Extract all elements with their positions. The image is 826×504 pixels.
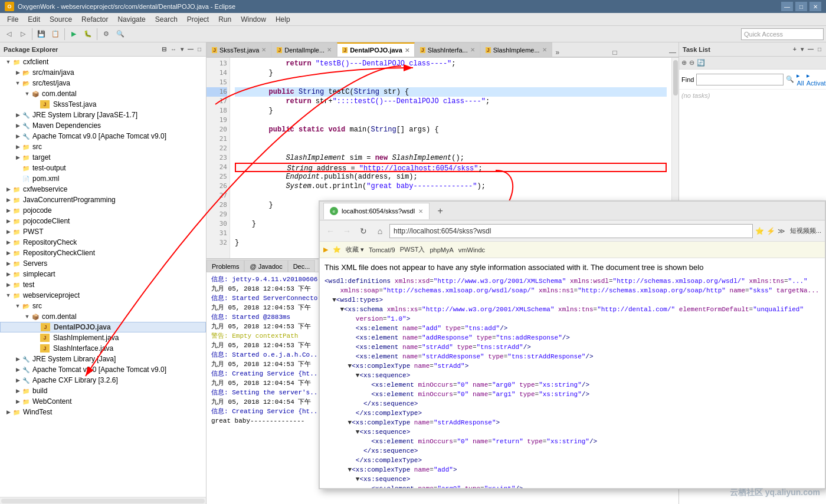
tree-item-javaconcurrent[interactable]: ▶ 📁 JavaConcurrentProgramming (0, 195, 206, 205)
expand-arrow[interactable]: ▶ (14, 367, 21, 373)
tree-item-webserviceproject[interactable]: ▼ 📁 webserviceproject (0, 290, 206, 301)
expand-arrow[interactable]: ▶ (5, 250, 12, 256)
expand-arrow[interactable]: ▶ (14, 398, 21, 404)
expand-arrow[interactable]: ▶ (14, 388, 21, 394)
tab-declaration[interactable]: Dec... (288, 260, 316, 272)
expand-arrow[interactable]: ▶ (14, 377, 21, 383)
expand-arrow[interactable]: ▼ (5, 292, 12, 298)
tree-item-ws-com-dental[interactable]: ▼ 📦 com.dental (0, 311, 206, 322)
tree-item-pwst[interactable]: ▶ 📁 PWST (0, 226, 206, 237)
tree-item-jre[interactable]: ▶ 🔧 JRE System Library [JavaSE-1.7] (0, 110, 206, 120)
expand-arrow[interactable]: ▶ (14, 70, 21, 75)
tab-close-slashimpleme[interactable]: ✕ (542, 47, 547, 53)
tree-item-pom[interactable]: 📄 pom.xml (0, 173, 206, 184)
toolbar-btn-debug[interactable]: 🐛 (81, 28, 94, 41)
task-maximize-icon[interactable]: □ (817, 45, 822, 53)
menu-item-navigate[interactable]: Navigate (113, 14, 150, 25)
minimize-button[interactable]: — (781, 2, 793, 11)
menu-item-search[interactable]: Search (150, 14, 182, 25)
tree-item-ws-src[interactable]: ▼ 📂 src (0, 301, 206, 311)
bookmark-toggle-icon[interactable]: ▶ (323, 246, 328, 253)
tree-item-windtest[interactable]: ▶ 📁 WindTest (0, 407, 206, 417)
tree-item-com-dental[interactable]: ▼ 📦 com.dental (0, 88, 206, 99)
browser-more-icon[interactable]: ≫ (778, 227, 785, 235)
menu-item-file[interactable]: File (2, 14, 23, 25)
activate-label[interactable]: ▸ Activate... (807, 72, 826, 87)
task-toolbar-btn-2[interactable]: ⊖ (689, 59, 694, 67)
tab-close-slashinterfa[interactable]: ✕ (470, 47, 475, 53)
expand-arrow[interactable]: ▶ (14, 112, 21, 118)
expand-arrow[interactable]: ▶ (5, 186, 12, 192)
expand-arrow[interactable]: ▶ (5, 409, 12, 415)
menu-item-window[interactable]: Window (236, 14, 271, 25)
tree-item-src-test[interactable]: ▼ 📂 src/test/java (0, 78, 206, 88)
tree-item-pojocodeClient[interactable]: ▶ 📁 pojocodeClient (0, 216, 206, 226)
expand-arrow[interactable]: ▶ (14, 123, 21, 129)
toolbar-btn-5[interactable]: 🔍 (114, 28, 127, 41)
expand-arrow[interactable]: ▶ (14, 356, 21, 362)
tree-item-src2[interactable]: ▶ 📁 src (0, 141, 206, 152)
h-scrollbar[interactable] (0, 497, 206, 504)
find-search-icon[interactable]: 🔍 (786, 75, 794, 83)
toolbar-btn-1[interactable]: ◁ (2, 28, 15, 41)
expand-arrow[interactable]: ▼ (24, 314, 31, 319)
tree-item-sksstest[interactable]: J SkssTest.java (0, 99, 206, 110)
tab-close-dentalimple[interactable]: ✕ (327, 47, 332, 53)
tree-item-tomcat[interactable]: ▶ 🔧 Apache Tomcat v9.0 [Apache Tomcat v9… (0, 131, 206, 141)
tree-item-simplecart[interactable]: ▶ 📁 simplecart (0, 269, 206, 279)
tab-minimize-btn[interactable]: — (667, 48, 678, 57)
tab-sksstest[interactable]: J SkssTest.java ✕ (206, 42, 271, 57)
bookmark-tomcat[interactable]: Tomcat/9 (369, 246, 395, 253)
toolbar-btn-3[interactable]: 📋 (49, 28, 62, 41)
tree-item-maven[interactable]: ▶ 🔧 Maven Dependencies (0, 120, 206, 131)
tree-item-test[interactable]: ▶ 📁 test (0, 279, 206, 290)
tree-item-dentalpojo[interactable]: J DentalPOJO.java (0, 322, 206, 332)
menu-item-run[interactable]: Run (214, 14, 236, 25)
quick-access-input[interactable]: Quick Access (741, 28, 824, 40)
collapse-all-icon[interactable]: ⊟ (160, 45, 168, 53)
toolbar-btn-4[interactable]: ⚙ (100, 28, 113, 41)
browser-forward-btn[interactable]: → (340, 224, 354, 238)
toolbar-btn-save[interactable]: 💾 (35, 28, 48, 41)
tab-dentalimple[interactable]: J DentalImple... ✕ (271, 42, 337, 57)
link-editor-icon[interactable]: ↔ (169, 45, 178, 53)
tree-item-cxfwebservice[interactable]: ▶ 📁 cxfwebservice (0, 184, 206, 195)
menu-item-edit[interactable]: Edit (23, 14, 45, 25)
tab-close-sksstest[interactable]: ✕ (261, 47, 266, 53)
tree-item-slashimplement[interactable]: J SlashImplement.java (0, 332, 206, 343)
tree-item-repocheckclient[interactable]: ▶ 📁 RepositoryCheckClient (0, 248, 206, 258)
tab-javadoc[interactable]: @ Javadoc (244, 260, 287, 272)
task-toolbar-btn-1[interactable]: ⊕ (681, 59, 687, 67)
bookmark-favorites[interactable]: 收藏 ▾ (346, 245, 364, 254)
task-new-icon[interactable]: + (792, 45, 798, 53)
tree-item-ws-build[interactable]: ▶ 📁 build (0, 386, 206, 396)
task-minimize-icon[interactable]: — (807, 45, 815, 53)
expand-arrow[interactable]: ▶ (5, 271, 12, 277)
expand-arrow[interactable]: ▼ (24, 91, 31, 97)
expand-arrow[interactable]: ▼ (14, 80, 21, 86)
browser-tools-icon[interactable]: ⚡ (766, 227, 775, 235)
browser-url-field[interactable]: http://localhost:6054/skss?wsdl (389, 224, 753, 238)
browser-star-icon[interactable]: ⭐ (755, 227, 764, 235)
bookmark-vmwindc[interactable]: vmWindc (458, 246, 485, 253)
maximize-button[interactable]: □ (795, 2, 807, 11)
expand-arrow[interactable]: ▶ (14, 154, 21, 160)
task-filter-icon[interactable]: ▾ (799, 45, 805, 53)
tab-close-dentalpojo[interactable]: ✕ (405, 47, 409, 54)
minimize-panel-icon[interactable]: — (186, 45, 195, 53)
tab-slashimpleme[interactable]: J SlashImpleme... ✕ (480, 42, 552, 57)
tree-item-src-main[interactable]: ▶ 📂 src/main/java (0, 67, 206, 78)
find-input[interactable] (696, 74, 784, 85)
toolbar-btn-2[interactable]: ▷ (17, 28, 30, 41)
bookmark-pwst[interactable]: PWST入 (400, 245, 425, 254)
tab-dentalpojo[interactable]: J DentalPOJO.java ✕ (337, 42, 415, 57)
browser-tab-close-btn[interactable]: ✕ (418, 208, 423, 215)
expand-arrow[interactable]: ▶ (5, 207, 12, 213)
expand-arrow[interactable]: ▼ (5, 59, 12, 65)
tab-problems[interactable]: Problems (206, 260, 244, 272)
tree-item-test-output[interactable]: 📁 test-output (0, 163, 206, 173)
menu-item-help[interactable]: Help (271, 14, 295, 25)
menu-item-project[interactable]: Project (182, 14, 214, 25)
tree-item-servers[interactable]: ▶ 📁 Servers (0, 258, 206, 269)
tree-item-pojocode[interactable]: ▶ 📁 pojocode (0, 205, 206, 216)
